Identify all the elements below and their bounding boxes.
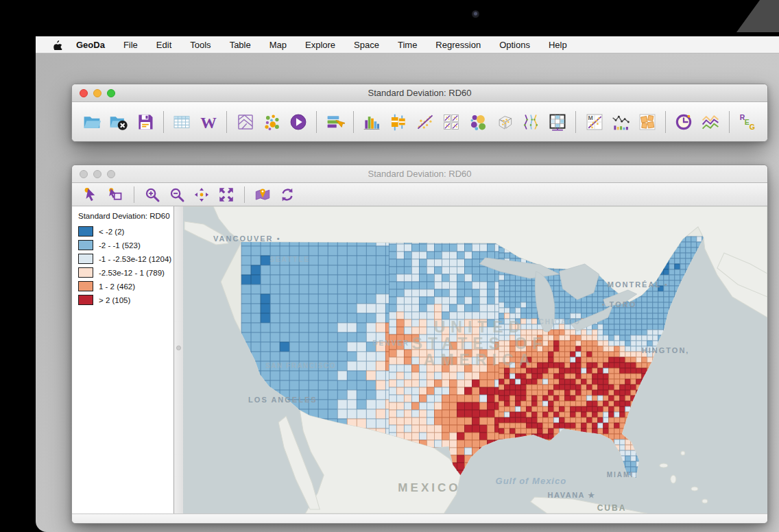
menu-item-time[interactable]: Time <box>398 40 417 50</box>
legend-title: Standard Deviation: RD60 <box>78 212 173 220</box>
menu-item-space[interactable]: Space <box>354 40 379 50</box>
cluster-analysis-icon[interactable] <box>262 112 282 132</box>
map-content: Standard Deviation: RD60 < -2 (2)-2 - -1… <box>72 206 767 513</box>
island <box>691 487 698 491</box>
save-project-icon[interactable] <box>135 112 155 132</box>
legend-item[interactable]: -2.53e-12 - 1 (789) <box>78 267 173 278</box>
zoom-in-icon[interactable] <box>143 186 161 204</box>
conditional-plot-icon[interactable] <box>548 112 568 132</box>
menu-item-table[interactable]: Table <box>230 40 251 50</box>
parallel-coordinate-plot-icon[interactable] <box>521 112 541 132</box>
play-animation-icon[interactable] <box>289 112 309 132</box>
legend-label: -2.53e-12 - 1 (789) <box>99 269 165 277</box>
category-editor-icon[interactable] <box>325 112 345 132</box>
apple-menu-icon[interactable] <box>52 39 62 51</box>
boxplot-icon[interactable] <box>389 112 409 132</box>
toolbar-separator <box>575 111 576 133</box>
menu-item-help[interactable]: Help <box>549 40 567 50</box>
toolbar-separator <box>163 111 164 133</box>
select-rectangle-icon[interactable] <box>107 186 125 204</box>
minimize-window-button[interactable] <box>93 170 101 178</box>
map-window-titlebar[interactable]: Standard Deviation: RD60 <box>72 165 767 183</box>
legend-item[interactable]: > 2 (105) <box>78 295 173 305</box>
menu-item-regression[interactable]: Regression <box>435 40 481 50</box>
3d-scatter-plot-icon[interactable] <box>494 112 514 132</box>
close-project-icon[interactable] <box>109 112 129 132</box>
map-label: CUBA <box>597 503 627 513</box>
svg-text:W: W <box>200 114 217 132</box>
menu-item-tools[interactable]: Tools <box>190 40 211 50</box>
photographed-screen: GeoDaFileEditToolsTableMapExploreSpaceTi… <box>0 0 779 532</box>
time-editor-icon[interactable] <box>674 112 694 132</box>
svg-text:E: E <box>744 118 749 126</box>
map-label: STATES OF <box>412 335 548 352</box>
toolbar-window: Standard Deviation: RD60 WMREG <box>71 84 768 142</box>
legend-label: -1 - -2.53e-12 (1204) <box>99 255 171 263</box>
map-windows-icon[interactable] <box>235 112 255 132</box>
open-project-icon[interactable] <box>82 112 102 132</box>
menu-item-explore[interactable]: Explore <box>305 40 335 50</box>
menu-bar: GeoDaFileEditToolsTableMapExploreSpaceTi… <box>36 36 779 53</box>
splitter-grip[interactable] <box>176 346 181 350</box>
menu-item-file[interactable]: File <box>123 40 138 50</box>
legend-swatch <box>78 295 93 305</box>
bubble-chart-icon[interactable] <box>468 112 488 132</box>
map-label: LOS ANGELES <box>248 396 317 404</box>
full-extent-icon[interactable] <box>217 186 235 204</box>
weights-manager-icon[interactable]: W <box>199 112 219 132</box>
menu-item-edit[interactable]: Edit <box>156 40 171 50</box>
status-bar <box>72 513 767 524</box>
map-window: Standard Deviation: RD60 Standard Deviat… <box>71 165 768 524</box>
toolbar-window-titlebar[interactable]: Standard Deviation: RD60 <box>72 84 767 102</box>
menu-item-geoda[interactable]: GeoDa <box>76 40 105 50</box>
cartogram-icon[interactable] <box>638 112 658 132</box>
main-toolbar: WMREG <box>72 102 767 142</box>
svg-text:M: M <box>588 114 592 121</box>
moran-scatter-plot-icon[interactable]: M <box>584 112 604 132</box>
averages-chart-icon[interactable] <box>701 112 721 132</box>
histogram-icon[interactable] <box>362 112 382 132</box>
minimize-window-button[interactable] <box>93 89 101 97</box>
map-toolbar <box>72 183 767 206</box>
table-icon[interactable] <box>172 112 192 132</box>
legend-panel[interactable]: Standard Deviation: RD60 < -2 (2)-2 - -1… <box>72 206 174 513</box>
spatial-correlogram-icon[interactable] <box>611 112 631 132</box>
menu-item-map[interactable]: Map <box>269 40 287 50</box>
menu-item-options[interactable]: Options <box>499 40 530 50</box>
legend-item[interactable]: 1 - 2 (462) <box>78 281 173 291</box>
map-label: Gulf of Mexico <box>496 476 567 486</box>
toolbar-separator <box>665 111 666 133</box>
background-corner-shape <box>736 0 779 32</box>
legend-swatch <box>78 254 93 264</box>
zoom-out-icon[interactable] <box>168 186 186 204</box>
close-window-button[interactable] <box>80 89 88 97</box>
regression-icon[interactable]: REG <box>737 112 757 132</box>
map-label: DENVER <box>372 339 409 347</box>
legend-label: 1 - 2 (462) <box>99 282 135 291</box>
scatter-plot-matrix-icon[interactable] <box>442 112 462 132</box>
refresh-icon[interactable] <box>278 186 296 204</box>
toolbar-separator <box>729 111 730 133</box>
map-label: HAVANA ★ <box>548 491 596 499</box>
map-label: CHICAGO <box>539 318 581 326</box>
legend-swatch <box>78 240 93 250</box>
close-window-button[interactable] <box>80 170 88 178</box>
toolbar-separator <box>134 186 134 203</box>
basemap-icon[interactable] <box>254 186 272 204</box>
map-label: UNITED <box>434 318 526 336</box>
legend-item[interactable]: < -2 (2) <box>78 226 173 237</box>
map-canvas[interactable]: VANCOUVER •SEATTLEMONTRÉAL •• TOROHINGTO… <box>183 206 767 513</box>
scatter-plot-icon[interactable] <box>415 112 435 132</box>
select-icon[interactable] <box>82 186 100 204</box>
legend-item[interactable]: -2 - -1 (523) <box>78 240 173 250</box>
zoom-window-button[interactable] <box>107 170 115 178</box>
legend-swatch <box>78 267 93 278</box>
legend-item[interactable]: -1 - -2.53e-12 (1204) <box>78 254 173 264</box>
panel-splitter[interactable] <box>174 206 183 513</box>
legend-label: -2 - -1 (523) <box>99 241 141 250</box>
zoom-window-button[interactable] <box>107 89 115 97</box>
island <box>702 499 708 503</box>
legend-swatch <box>78 281 93 291</box>
pan-icon[interactable] <box>193 186 211 204</box>
desktop: GeoDaFileEditToolsTableMapExploreSpaceTi… <box>36 36 779 532</box>
